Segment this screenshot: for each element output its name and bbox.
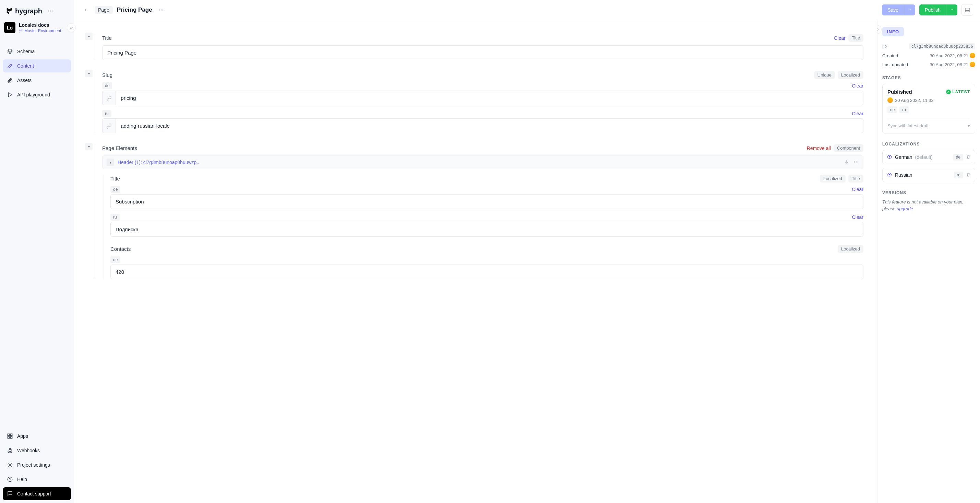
nested-title-de-chip: de: [110, 186, 120, 193]
link-icon: [102, 118, 116, 133]
title-clear[interactable]: Clear: [834, 35, 845, 41]
svg-rect-3: [8, 434, 9, 435]
panel-toggle-button[interactable]: [961, 4, 973, 16]
sidebar-label: Contact support: [17, 491, 51, 497]
sync-dropdown[interactable]: Sync with latest draft ▾: [888, 118, 970, 128]
component-body: Title Localized Title de Clear ru Clear: [103, 175, 864, 279]
eye-icon: [887, 172, 892, 179]
contacts-de-chip: de: [110, 256, 120, 263]
localization-german[interactable]: German (default) de: [882, 150, 975, 164]
sidebar-item-help[interactable]: Help: [3, 473, 71, 486]
component-collapse[interactable]: ▾: [107, 158, 114, 166]
svg-rect-5: [8, 437, 9, 439]
sidebar-item-assets[interactable]: Assets: [3, 74, 71, 87]
webhook-icon: [7, 447, 13, 453]
logo-row: hygraph: [0, 0, 74, 19]
publish-button[interactable]: Publish: [919, 5, 958, 16]
stages-heading: STAGES: [882, 75, 975, 80]
slug-de-input[interactable]: [116, 91, 864, 105]
russian-code-chip: ru: [954, 172, 963, 179]
avatar-icon: [970, 53, 975, 58]
svg-rect-15: [965, 8, 969, 12]
localization-russian[interactable]: Russian ru: [882, 168, 975, 182]
svg-point-21: [889, 174, 890, 175]
sidebar-label: Help: [17, 477, 27, 482]
sidebar-item-contact-support[interactable]: Contact support: [3, 487, 71, 500]
page-more-button[interactable]: [156, 5, 166, 15]
field-title: ▾ Title Clear Title: [95, 34, 864, 60]
slug-label: Slug: [102, 72, 113, 78]
nested-title-label: Title: [110, 176, 120, 182]
chat-icon: [7, 491, 13, 497]
avatar-icon: [970, 62, 975, 67]
project-badge: Lo: [4, 22, 16, 33]
back-button[interactable]: [81, 5, 91, 15]
title-input[interactable]: [102, 45, 864, 60]
sidebar-item-content[interactable]: Content: [3, 59, 71, 72]
collapse-slug[interactable]: ▾: [85, 70, 92, 77]
brand-name: hygraph: [15, 7, 42, 15]
sidebar-item-api-playground[interactable]: API playground: [3, 88, 71, 101]
component-title[interactable]: Header (1): cl7g3mb8unoap0buuwzp...: [118, 160, 200, 165]
breadcrumb-type: Page: [95, 6, 113, 14]
slug-ru-clear[interactable]: Clear: [852, 111, 864, 116]
project-switcher[interactable]: Lo Locales docs Master Environment: [4, 22, 70, 33]
sidebar-item-project-settings[interactable]: Project settings: [3, 458, 71, 471]
contacts-de-input[interactable]: [110, 265, 864, 279]
svg-point-12: [159, 10, 160, 11]
svg-point-11: [8, 477, 12, 482]
nav-bottom: Apps Webhooks Project settings Help Cont…: [0, 427, 74, 503]
contacts-label: Contacts: [110, 246, 130, 252]
stage-timestamp: 30 Aug 2022, 11:33: [888, 97, 970, 103]
collapse-title[interactable]: ▾: [85, 33, 92, 40]
field-page-elements: ▾ Page Elements Remove all Component ▾ H…: [95, 144, 864, 279]
remove-all-link[interactable]: Remove all: [807, 145, 831, 151]
brand-logo: hygraph: [5, 7, 42, 15]
info-id-value[interactable]: cl7g3mb8unoao0buuop235856: [909, 43, 975, 50]
versions-heading: VERSIONS: [882, 190, 975, 195]
stage-name: Published: [888, 89, 912, 95]
info-panel-collapse[interactable]: [877, 25, 881, 34]
page-title: Pricing Page: [117, 6, 152, 13]
brand-menu-button[interactable]: [46, 6, 55, 16]
chevron-down-icon: ▾: [968, 123, 970, 128]
german-code-chip: de: [953, 154, 963, 161]
nested-title-de-input[interactable]: [110, 194, 864, 209]
nested-title-ru-clear[interactable]: Clear: [852, 214, 864, 220]
upgrade-link[interactable]: upgrade: [897, 206, 913, 211]
nested-title-de-clear[interactable]: Clear: [852, 187, 864, 192]
sidebar-label: Content: [17, 63, 34, 69]
collapse-page-elements[interactable]: ▾: [85, 143, 92, 150]
link-icon: [102, 91, 116, 105]
component-badge: Component: [834, 144, 864, 152]
slug-de-clear[interactable]: Clear: [852, 83, 864, 88]
trash-icon[interactable]: [966, 154, 971, 160]
save-button[interactable]: Save: [882, 5, 915, 16]
svg-point-19: [858, 161, 859, 162]
trash-icon[interactable]: [966, 172, 971, 178]
publish-dropdown[interactable]: [946, 5, 958, 16]
latest-pill: ✓ LATEST: [946, 89, 970, 94]
svg-point-13: [161, 10, 162, 11]
project-info: Locales docs Master Environment: [19, 22, 61, 33]
sidebar-item-apps[interactable]: Apps: [3, 430, 71, 442]
title-label: Title: [102, 35, 112, 41]
slug-ru-input[interactable]: [116, 118, 864, 133]
form-area: ▾ Title Clear Title ▾ Slug Unique: [74, 20, 877, 503]
topbar: Page Pricing Page Save Publish: [74, 0, 980, 20]
svg-point-2: [51, 11, 52, 12]
sidebar-item-schema[interactable]: Schema: [3, 45, 71, 58]
component-header: ▾ Header (1): cl7g3mb8unoap0buuwzp...: [102, 155, 864, 169]
component-more-icon[interactable]: [853, 159, 859, 166]
slug-de-chip: de: [102, 82, 112, 89]
project-name: Locales docs: [19, 22, 61, 28]
save-dropdown[interactable]: [904, 5, 915, 16]
sidebar-item-webhooks[interactable]: Webhooks: [3, 444, 71, 457]
localizations-heading: LOCALIZATIONS: [882, 142, 975, 147]
info-heading: INFO: [882, 27, 904, 37]
nested-title-ru-input[interactable]: [110, 222, 864, 237]
main-nav: Schema Content Assets API playground: [0, 37, 74, 101]
avatar-icon: [888, 97, 893, 103]
slug-unique-badge: Unique: [814, 71, 835, 79]
move-down-icon[interactable]: [844, 159, 850, 166]
